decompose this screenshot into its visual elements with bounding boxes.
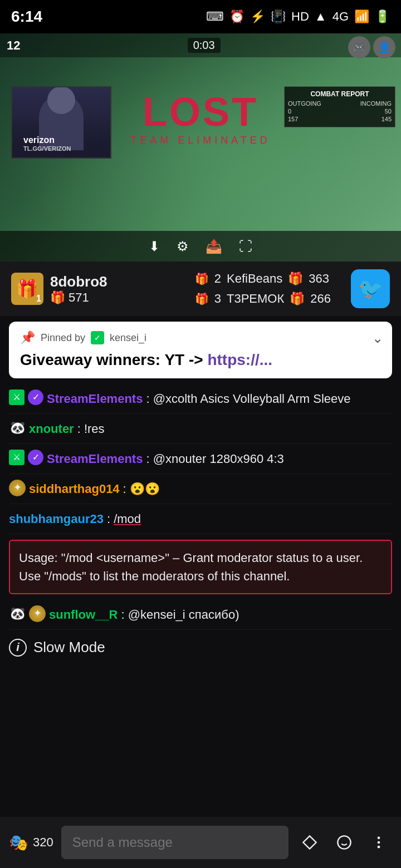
rank-3-name: Т3РЕМОК xyxy=(227,292,284,306)
signal-bars-icon: 📶 xyxy=(354,9,369,24)
twitter-icon: 🐦 xyxy=(358,277,383,300)
username-streamelements-1[interactable]: StreamElements xyxy=(47,389,143,408)
keyboard-icon: ⌨ xyxy=(206,9,224,24)
mod-badge-icon: ⚔ xyxy=(9,389,25,405)
lost-text: LOST xyxy=(130,89,271,135)
settings-icon[interactable]: ⚙ xyxy=(177,239,189,254)
viewer-count-number: 320 xyxy=(33,835,53,850)
download-icon[interactable]: ⬇ xyxy=(149,239,160,254)
panda-badge-icon: 🐼 xyxy=(9,420,26,436)
chat-message-sunflow: 🐼 ✦ sunflow__R : @kensei_i спасибо) xyxy=(9,600,392,630)
rank-1-name: 8dobro8 xyxy=(50,273,107,290)
rank-2-badge-num: 2 xyxy=(214,272,221,286)
more-button[interactable] xyxy=(365,829,392,856)
emoji-button[interactable] xyxy=(331,829,358,856)
rank-2-icon: 🎁 xyxy=(195,272,209,285)
status-icons: ⌨ ⏰ ⚡ 📳 HD ▲ 4G 📶 🔋 xyxy=(206,9,390,24)
pinned-header: 📌 Pinned by ✓ kensei_i xyxy=(20,331,381,345)
viewer-icon: 🎭 xyxy=(9,834,28,852)
fullscreen-icon[interactable]: ⛶ xyxy=(239,239,252,254)
rank-3-entry: 🎁 3 Т3РЕМОК 🎁 266 xyxy=(195,292,331,306)
chat-message-3: ⚔ ✓ StreamElements : @xnouter 1280x960 4… xyxy=(9,444,392,474)
rank-2-3-section: 🎁 2 KefiBeans 🎁 363 🎁 3 Т3РЕМОК 🎁 266 xyxy=(195,272,331,306)
avatar-icon: 🎮 xyxy=(348,36,370,58)
rank-3-gift-icon: 🎁 xyxy=(290,292,305,306)
signal-icon: ▲ xyxy=(315,9,327,24)
pinned-message[interactable]: 📌 Pinned by ✓ kensei_i Giveaway winners:… xyxy=(9,322,392,378)
chat-message-1: ⚔ ✓ StreamElements : @xcolth Asics Volle… xyxy=(9,384,392,414)
combat-report: COMBAT REPORT OUTGOING INCOMING 0 50 157… xyxy=(284,86,395,127)
star-badge-sunflow: ✦ xyxy=(29,605,46,622)
rank-2-name: KefiBeans xyxy=(227,272,282,286)
battery-icon: 🔋 xyxy=(375,9,390,24)
rank-1-badge: 🎁 1 xyxy=(11,273,43,305)
rank-3-icon: 🎁 xyxy=(195,292,209,305)
chat-text-5: : /mod xyxy=(107,510,141,528)
rank-2-gift-icon: 🎁 xyxy=(288,272,303,286)
slow-mode-bar: i Slow Mode xyxy=(9,630,392,665)
diamond-button[interactable] xyxy=(296,829,323,856)
username-shubham[interactable]: shubhamgaur23 xyxy=(9,510,104,528)
svg-point-5 xyxy=(378,841,380,844)
video-area[interactable]: 12 0:03 2 🎮 👤 LOST TEAM ELIMINATED veriz… xyxy=(0,33,401,262)
avatar-icon-2: 👤 xyxy=(373,36,395,58)
chat-message-5: shubhamgaur23 : /mod xyxy=(9,504,392,534)
video-top-bar: 12 0:03 2 xyxy=(0,33,401,57)
input-row: 🎭 320 xyxy=(9,826,392,859)
username-xnouter[interactable]: xnouter xyxy=(29,420,74,438)
chat-text-sunflow: : @kensei_i спасибо) xyxy=(121,605,239,624)
rank-3-badge-num: 3 xyxy=(214,292,221,306)
status-bar: 6:14 ⌨ ⏰ ⚡ 📳 HD ▲ 4G 📶 🔋 xyxy=(0,0,401,33)
player-avatars: 🎮 👤 xyxy=(348,36,395,58)
verified-badge-icon-2: ✓ xyxy=(28,450,43,465)
svg-marker-0 xyxy=(303,836,316,849)
bottom-bar: 🎭 320 xyxy=(0,817,401,868)
video-bottom-ui[interactable]: ⬇ ⚙ 📤 ⛶ xyxy=(0,231,401,262)
verified-badge-icon: ✓ xyxy=(28,389,43,405)
pinned-by-name: kensei_i xyxy=(110,332,146,344)
svg-point-6 xyxy=(378,846,380,849)
video-timer: 0:03 xyxy=(188,38,221,53)
rank-1-section: 🎁 1 8dobro8 🎁 571 xyxy=(11,273,107,305)
chat-text-3: : @xnouter 1280x960 4:3 xyxy=(146,450,283,468)
rank-2-points: 363 xyxy=(309,272,329,286)
username-siddharth[interactable]: siddharthag014 xyxy=(29,480,120,498)
share-icon[interactable]: 📤 xyxy=(206,239,222,254)
status-time: 6:14 xyxy=(11,8,42,26)
system-message-text: Usage: "/mod <username>" – Grant moderat… xyxy=(19,551,363,583)
pinned-by-label: Pinned by xyxy=(41,332,85,344)
mod-badge-icon-2: ⚔ xyxy=(9,450,25,465)
svg-point-4 xyxy=(378,837,380,840)
message-input[interactable] xyxy=(61,826,288,859)
hd-icon: HD xyxy=(291,9,309,24)
pinned-title[interactable]: Giveaway winners: YT -> https://... xyxy=(20,351,381,369)
chat-message-4: ✦ siddharthag014 : 😮😮 xyxy=(9,474,392,504)
alarm-icon: ⏰ xyxy=(229,9,244,24)
webcam-head xyxy=(47,86,75,114)
rank-1-points: 🎁 571 xyxy=(50,290,107,305)
webcam-box: verizon TL.GG/VERIZON xyxy=(11,86,111,159)
pinned-link[interactable]: https://... xyxy=(207,351,272,368)
verizon-logo: verizon TL.GG/VERIZON xyxy=(23,135,71,152)
chat-message-2: 🐼 xnouter : !res xyxy=(9,414,392,444)
pin-icon: 📌 xyxy=(20,331,35,345)
score-left: 12 xyxy=(7,38,20,53)
star-badge-icon: ✦ xyxy=(9,480,26,496)
lost-sub: TEAM ELIMINATED xyxy=(130,135,271,146)
network-icon: 4G xyxy=(332,9,349,24)
chat-text-4: : 😮😮 xyxy=(123,480,160,498)
bluetooth-icon: ⚡ xyxy=(250,9,265,24)
rank-1-info: 8dobro8 🎁 571 xyxy=(50,273,107,305)
chevron-down-icon[interactable]: ⌄ xyxy=(372,331,383,346)
leaderboard: 🎁 1 8dobro8 🎁 571 🎁 2 KefiBeans 🎁 363 🎁 … xyxy=(0,262,401,316)
rank-2-entry: 🎁 2 KefiBeans 🎁 363 xyxy=(195,272,331,286)
svg-point-1 xyxy=(338,836,350,849)
username-streamelements-2[interactable]: StreamElements xyxy=(47,450,143,468)
mod-badge: ✓ xyxy=(91,331,104,344)
slow-mode-label: Slow Mode xyxy=(33,639,105,656)
gift-icon-small: 🎁 xyxy=(50,290,65,305)
username-sunflow[interactable]: sunflow__R xyxy=(49,605,118,624)
chat-area: 📌 Pinned by ✓ kensei_i Giveaway winners:… xyxy=(0,322,401,777)
twitter-button[interactable]: 🐦 xyxy=(351,269,390,308)
lost-banner: LOST TEAM ELIMINATED xyxy=(130,89,271,146)
